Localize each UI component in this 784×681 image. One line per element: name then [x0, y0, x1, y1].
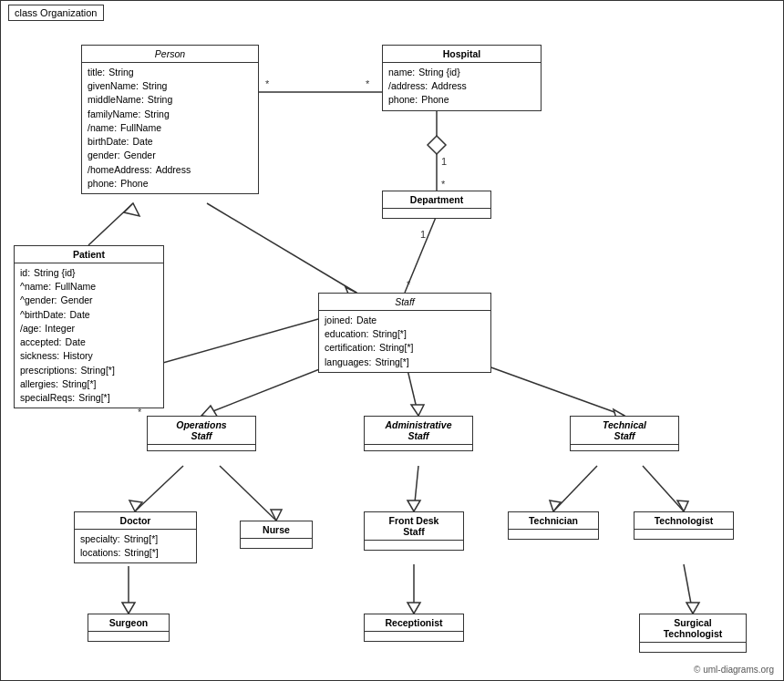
- class-patient-title: Patient: [15, 246, 163, 263]
- class-doctor: Doctor specialty:String[*] locations:Str…: [74, 511, 197, 563]
- svg-marker-35: [686, 603, 699, 614]
- class-patient: Patient id:String {id} ^name:FullName ^g…: [14, 245, 164, 408]
- class-surgical-technologist: SurgicalTechnologist: [639, 614, 747, 653]
- class-receptionist: Receptionist: [364, 614, 464, 642]
- class-staff: Staff joined:Date education:String[*] ce…: [318, 293, 491, 373]
- svg-marker-21: [129, 500, 142, 511]
- svg-marker-31: [122, 603, 135, 614]
- svg-marker-17: [411, 405, 424, 416]
- copyright: © uml-diagrams.org: [694, 665, 774, 675]
- class-front-desk-staff-title: Front DeskStaff: [365, 512, 463, 541]
- svg-marker-11: [124, 203, 139, 216]
- svg-marker-25: [407, 500, 420, 511]
- class-person: Person title:String givenName:String mid…: [81, 45, 259, 194]
- class-staff-attrs: joined:Date education:String[*] certific…: [319, 311, 490, 372]
- class-technical-staff: TechnicalStaff: [570, 416, 679, 451]
- class-receptionist-title: Receptionist: [365, 614, 463, 632]
- svg-line-28: [643, 466, 684, 511]
- class-technician-title: Technician: [509, 512, 598, 530]
- svg-line-34: [684, 564, 693, 614]
- svg-line-26: [553, 466, 597, 511]
- svg-marker-4: [428, 136, 446, 154]
- svg-text:*: *: [441, 179, 446, 190]
- class-front-desk-staff: Front DeskStaff: [364, 511, 464, 551]
- class-technician: Technician: [508, 511, 599, 540]
- svg-line-10: [88, 203, 133, 245]
- svg-line-22: [220, 466, 276, 521]
- class-person-attrs: title:String givenName:String middleName…: [82, 63, 258, 193]
- class-operations-staff: OperationsStaff: [147, 416, 256, 451]
- class-department-attrs: [383, 209, 490, 218]
- class-doctor-title: Doctor: [75, 512, 196, 530]
- svg-marker-29: [677, 500, 688, 511]
- class-staff-title: Staff: [319, 294, 490, 311]
- diagram-title: class Organization: [8, 5, 104, 21]
- class-surgeon-title: Surgeon: [88, 614, 169, 632]
- svg-text:1: 1: [420, 229, 426, 240]
- svg-line-24: [414, 466, 418, 511]
- svg-text:1: 1: [441, 156, 447, 167]
- svg-marker-27: [550, 500, 561, 511]
- class-person-title: Person: [82, 46, 258, 63]
- svg-text:*: *: [407, 279, 411, 290]
- class-doctor-attrs: specialty:String[*] locations:String[*]: [75, 530, 196, 562]
- svg-marker-33: [407, 603, 420, 614]
- class-nurse-title: Nurse: [241, 521, 312, 539]
- class-department: Department: [382, 191, 491, 219]
- diagram-container: class Organization * * 1 * 1 *: [0, 0, 784, 681]
- class-patient-attrs: id:String {id} ^name:FullName ^gender:Ge…: [15, 263, 163, 408]
- class-technologist: Technologist: [634, 511, 734, 540]
- svg-line-20: [135, 466, 183, 511]
- class-technical-staff-title: TechnicalStaff: [571, 417, 678, 445]
- class-hospital-title: Hospital: [383, 46, 541, 63]
- class-surgical-technologist-title: SurgicalTechnologist: [640, 614, 746, 643]
- svg-line-12: [207, 203, 356, 293]
- class-surgeon: Surgeon: [88, 614, 170, 642]
- class-administrative-staff: AdministrativeStaff: [364, 416, 473, 451]
- class-administrative-staff-title: AdministrativeStaff: [365, 417, 472, 445]
- class-hospital-attrs: name:String {id} /address:Address phone:…: [383, 63, 541, 110]
- class-hospital: Hospital name:String {id} /address:Addre…: [382, 45, 542, 111]
- class-nurse: Nurse: [240, 521, 313, 549]
- class-operations-staff-title: OperationsStaff: [148, 417, 255, 445]
- class-technologist-title: Technologist: [634, 512, 733, 530]
- svg-marker-23: [271, 510, 282, 521]
- class-department-title: Department: [383, 191, 490, 209]
- svg-line-7: [405, 215, 437, 293]
- svg-text:*: *: [366, 78, 370, 89]
- svg-text:*: *: [265, 78, 270, 89]
